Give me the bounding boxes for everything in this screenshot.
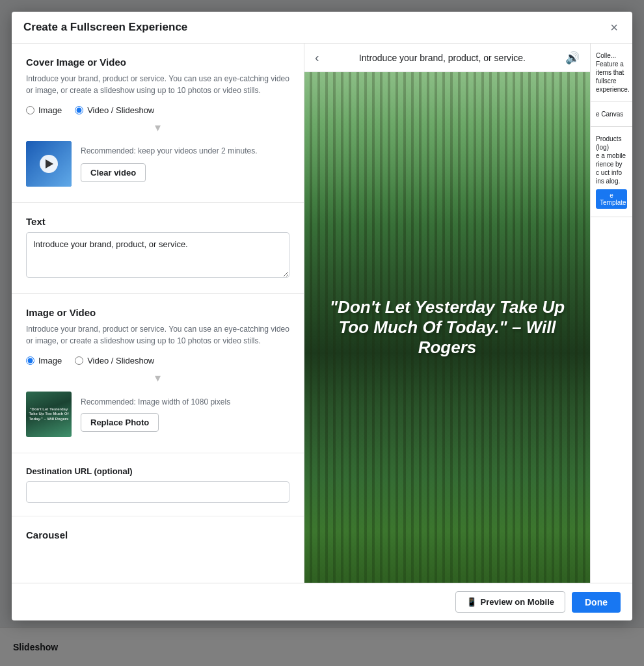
right-panel-canvas-item: e Canvas: [591, 102, 632, 127]
destination-url-input[interactable]: [26, 481, 289, 503]
image-thumbnail: "Don't Let Yesterday Take Up Too Much Of…: [26, 392, 72, 437]
image-hint: Recommended: Image width of 1080 pixels: [81, 397, 289, 406]
image-info: Recommended: Image width of 1080 pixels …: [81, 397, 289, 432]
preview-image-container: "Don't Let Yesterday Take Up Too Much Of…: [304, 72, 590, 583]
right-panel-feature-text: Feature a items that fullscre experience…: [596, 60, 627, 94]
image-section-desc: Introduce your brand, product or service…: [26, 323, 289, 347]
right-panel-products-desc: e a mobile rience by c uct info ins alog…: [596, 152, 627, 185]
carousel-section-title: Carousel: [26, 529, 289, 540]
image-image-radio[interactable]: [26, 356, 34, 365]
preview-header: ‹ Introduce your brand, product, or serv…: [304, 44, 590, 72]
text-input[interactable]: [26, 232, 289, 278]
preview-title: Introduce your brand, product, or servic…: [319, 53, 565, 63]
video-row: Recommended: keep your videos under 2 mi…: [26, 141, 289, 187]
cover-video-radio[interactable]: [75, 106, 83, 114]
destination-label: Destination URL (optional): [26, 466, 289, 476]
cover-section: Cover Image or Video Introduce your bran…: [12, 44, 304, 203]
done-button[interactable]: Done: [572, 592, 621, 613]
image-thumb-text: "Don't Let Yesterday Take Up Too Much Of…: [26, 406, 72, 423]
image-video-radio[interactable]: [75, 356, 83, 365]
image-divider-arrow: ▾: [26, 372, 289, 384]
right-panel-colle-text: Colle...: [596, 51, 627, 60]
cover-image-radio-label[interactable]: Image: [26, 105, 62, 115]
image-radio-group: Image Video / Slideshow: [26, 356, 289, 366]
image-image-label: Image: [38, 356, 62, 366]
modal-body: Cover Image or Video Introduce your bran…: [12, 44, 632, 583]
right-panel-products-item: Products (log) e a mobile rience by c uc…: [591, 127, 632, 217]
preview-mobile-button[interactable]: 📱 Preview on Mobile: [455, 591, 565, 613]
replace-photo-button[interactable]: Replace Photo: [81, 413, 159, 432]
cover-section-title: Cover Image or Video: [26, 57, 289, 68]
modal-title: Create a Fullscreen Experience: [23, 21, 187, 34]
cover-image-label: Image: [38, 105, 62, 115]
preview-back-button[interactable]: ‹: [315, 50, 319, 65]
text-section: Text: [12, 203, 304, 294]
cover-divider-arrow: ▾: [26, 122, 289, 133]
destination-section: Destination URL (optional): [12, 453, 304, 516]
preview-mobile-label: Preview on Mobile: [481, 597, 554, 607]
carousel-section: Carousel: [12, 516, 304, 559]
right-panel-colle-item: Colle... Feature a items that fullscre e…: [591, 44, 632, 102]
play-icon: [40, 155, 58, 173]
sound-icon: 🔊: [565, 51, 580, 65]
cover-video-radio-label[interactable]: Video / Slideshow: [75, 105, 154, 115]
right-panel-products-text: Products (log): [596, 135, 627, 152]
forest-preview-image: "Don't Let Yesterday Take Up Too Much Of…: [304, 72, 590, 583]
play-triangle: [46, 159, 53, 168]
right-side-panel: Colle... Feature a items that fullscre e…: [590, 44, 632, 583]
modal-close-button[interactable]: ×: [608, 21, 621, 34]
use-template-button[interactable]: e Template: [596, 189, 627, 209]
preview-panel: ‹ Introduce your brand, product, or serv…: [304, 44, 590, 583]
mobile-icon: 📱: [466, 597, 477, 607]
video-info: Recommended: keep your videos under 2 mi…: [81, 146, 289, 182]
image-video-radio-label[interactable]: Video / Slideshow: [75, 356, 154, 366]
cover-video-label: Video / Slideshow: [87, 105, 154, 115]
video-thumbnail: [26, 141, 72, 187]
cover-section-desc: Introduce your brand, product or service…: [26, 73, 289, 96]
image-image-radio-label[interactable]: Image: [26, 356, 62, 366]
modal-footer: 📱 Preview on Mobile Done: [12, 583, 632, 620]
video-hint: Recommended: keep your videos under 2 mi…: [81, 146, 289, 157]
right-panel-canvas-text: e Canvas: [596, 110, 627, 118]
clear-video-button[interactable]: Clear video: [81, 163, 146, 182]
cover-image-radio[interactable]: [26, 106, 34, 114]
cover-radio-group: Image Video / Slideshow: [26, 105, 289, 115]
image-section-title: Image or Video: [26, 307, 289, 318]
image-section: Image or Video Introduce your brand, pro…: [12, 294, 304, 453]
image-row: "Don't Let Yesterday Take Up Too Much Of…: [26, 392, 289, 437]
left-panel: Cover Image or Video Introduce your bran…: [12, 44, 304, 583]
quote-text: "Don't Let Yesterday Take Up Too Much Of…: [326, 297, 569, 358]
text-section-title: Text: [26, 216, 289, 227]
image-video-label: Video / Slideshow: [87, 356, 154, 366]
modal-header: Create a Fullscreen Experience ×: [12, 12, 632, 44]
image-thumb-inner: "Don't Let Yesterday Take Up Too Much Of…: [26, 392, 72, 437]
modal-dialog: Create a Fullscreen Experience × Cover I…: [12, 12, 632, 620]
